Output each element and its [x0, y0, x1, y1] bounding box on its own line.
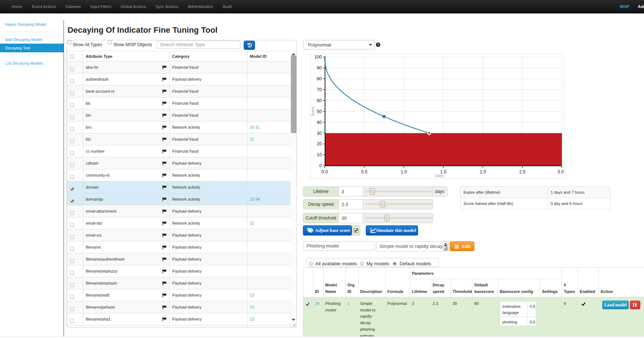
- svg-text:20: 20: [317, 141, 322, 146]
- svg-text:0.0: 0.0: [321, 169, 328, 174]
- svg-text:70: 70: [317, 87, 322, 92]
- svg-text:40: 40: [317, 120, 322, 125]
- svg-text:100: 100: [314, 55, 322, 60]
- svg-text:10: 10: [317, 152, 322, 157]
- svg-text:30: 30: [317, 131, 322, 136]
- svg-text:1.0: 1.0: [401, 169, 407, 174]
- svg-text:0.5: 0.5: [361, 169, 367, 174]
- svg-text:0: 0: [319, 163, 322, 168]
- svg-text:2.0: 2.0: [480, 169, 486, 174]
- svg-text:Days: Days: [435, 173, 444, 178]
- svg-text:3.0: 3.0: [558, 169, 564, 174]
- svg-text:60: 60: [317, 98, 322, 103]
- svg-text:Score: Score: [311, 107, 315, 117]
- svg-text:90: 90: [317, 65, 322, 71]
- svg-text:50: 50: [317, 109, 322, 114]
- svg-text:80: 80: [317, 76, 322, 81]
- svg-text:2.5: 2.5: [519, 169, 525, 174]
